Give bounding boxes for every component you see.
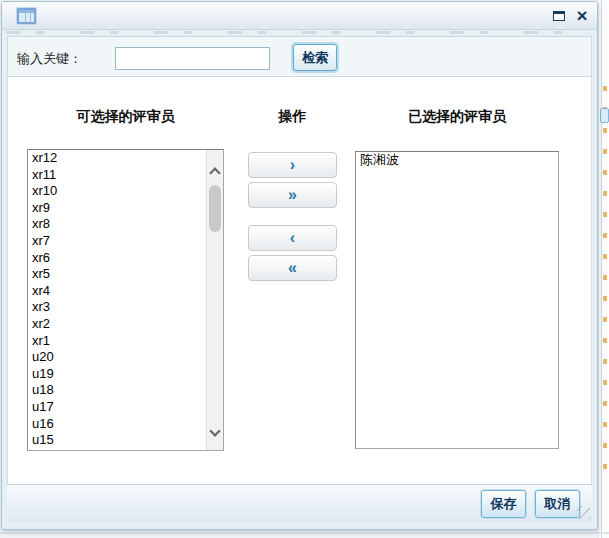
background-widget-fragment	[600, 108, 609, 123]
list-item[interactable]: u17	[28, 399, 206, 416]
list-item[interactable]: u18	[28, 382, 206, 399]
selected-list-title: 已选择的评审员	[355, 108, 559, 126]
search-bar: 输入关键： 检索	[7, 36, 592, 77]
reviewer-selection-dialog: × 输入关键： 检索 可选择的评审员 操作 已选择的评审员 xr12xr11xr…	[1, 1, 598, 530]
maximize-button[interactable]	[550, 7, 568, 25]
maximize-icon	[553, 11, 565, 21]
search-button[interactable]: 检索	[293, 44, 337, 71]
search-input[interactable]	[115, 47, 270, 70]
search-label: 输入关键：	[17, 50, 82, 68]
list-item[interactable]: xr8	[28, 216, 206, 233]
available-list-title: 可选择的评审员	[27, 108, 224, 126]
list-item[interactable]: xr9	[28, 200, 206, 217]
list-item[interactable]: xr7	[28, 233, 206, 250]
table-icon	[17, 8, 36, 24]
background-page-strip	[598, 0, 609, 538]
available-reviewers-list[interactable]: xr12xr11xr10xr9xr8xr7xr6xr5xr4xr3xr2xr1u…	[27, 149, 224, 451]
selected-reviewers-list[interactable]: 陈湘波	[355, 151, 559, 449]
move-all-left-button[interactable]: «	[248, 255, 337, 281]
move-right-button[interactable]: ›	[248, 152, 337, 178]
move-all-right-button[interactable]: »	[248, 182, 337, 208]
list-item[interactable]: u20	[28, 349, 206, 366]
scrollbar-thumb[interactable]	[209, 185, 221, 232]
list-item[interactable]: xr3	[28, 299, 206, 316]
list-item[interactable]: xr4	[28, 283, 206, 300]
list-item[interactable]: xr10	[28, 183, 206, 200]
list-item[interactable]: 陈湘波	[356, 152, 558, 169]
transfer-panel: 可选择的评审员 操作 已选择的评审员 xr12xr11xr10xr9xr8xr7…	[7, 77, 592, 484]
cancel-button[interactable]: 取消	[535, 490, 580, 518]
move-left-button[interactable]: ‹	[248, 225, 337, 251]
list-item[interactable]: xr11	[28, 167, 206, 184]
background-content-marks	[603, 86, 607, 480]
close-button[interactable]: ×	[573, 7, 591, 25]
operations-title: 操作	[248, 108, 337, 126]
page-bottom-edge	[0, 532, 609, 534]
resize-grip[interactable]	[577, 506, 590, 519]
scroll-down-icon[interactable]	[209, 425, 220, 436]
list-item[interactable]: u15	[28, 432, 206, 449]
list-item[interactable]: xr2	[28, 316, 206, 333]
dialog-titlebar[interactable]: ×	[2, 2, 597, 30]
list-item[interactable]: xr5	[28, 266, 206, 283]
list-item[interactable]: u16	[28, 416, 206, 433]
dialog-footer: 保存 取消	[7, 484, 592, 522]
available-list-scrollbar[interactable]	[206, 150, 223, 450]
scroll-up-icon[interactable]	[209, 167, 220, 178]
list-item[interactable]: xr1	[28, 333, 206, 350]
save-button[interactable]: 保存	[481, 490, 526, 518]
titlebar-shadow-dashes	[6, 31, 583, 34]
list-item[interactable]: xr12	[28, 150, 206, 167]
list-item[interactable]: xr6	[28, 250, 206, 267]
background-divider	[601, 0, 602, 538]
list-item[interactable]: u19	[28, 366, 206, 383]
